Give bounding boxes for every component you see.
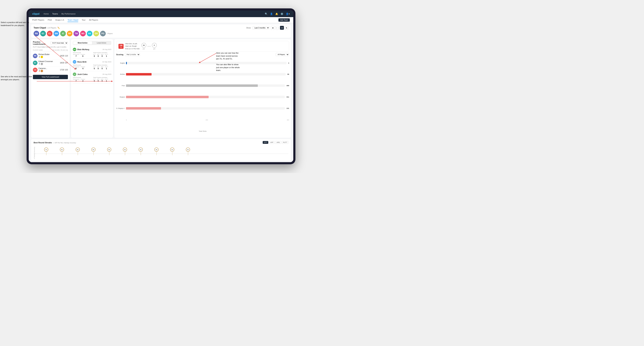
bar-row-pars: Pars 499 [116, 84, 289, 87]
profile-icon[interactable]: 👤▾ [286, 12, 290, 15]
view-sort-btn[interactable]: ⇅ [284, 26, 288, 30]
bar-fill-pars [126, 84, 258, 87]
streak-circle-6x-1: 6x [60, 148, 64, 152]
team-count: | 14 Players [47, 27, 56, 29]
lb-player-info-2: Edward Crossman 🥈 2 [38, 60, 53, 65]
player-avatar-10[interactable]: PG [100, 31, 106, 36]
middle-row: Practice Leaderboards PUTT Must Make Put… [31, 39, 291, 138]
shot-connector [147, 46, 151, 46]
activity-tournament-1: Tournament 7 [73, 54, 79, 57]
lb-player-info-3: Cameron... 🥉 3 [38, 67, 47, 72]
bar-value-pars: 499 [286, 85, 289, 86]
lb-row-2: EC Edward Crossman 🥈 2 18/20 107 [33, 59, 68, 66]
player-avatar-4[interactable]: JC [60, 31, 66, 36]
player-avatar-8[interactable]: AK [87, 31, 92, 36]
leaderboard-drill-select[interactable]: PUTT Must Make Putting... [50, 41, 68, 44]
sub-nav-all-players[interactable]: All Players [89, 18, 98, 22]
player-avatar-3[interactable]: BM [54, 31, 59, 36]
streak-circle-6x-2: 6x [76, 148, 80, 152]
player-avatar-5[interactable]: RP [67, 31, 72, 36]
view-grid-3-btn[interactable]: ⋮⋮ [276, 26, 279, 30]
sub-nav-tour[interactable]: Tour [82, 18, 86, 22]
player-avatar-6[interactable]: TW [74, 31, 79, 36]
filter-putt-btn[interactable]: PUTT [282, 141, 288, 144]
lb-avatar-2: EC [33, 61, 38, 65]
bar-label-birdies: Birdies [116, 73, 125, 75]
activity-tab-most-active[interactable]: Most Active [73, 41, 92, 44]
activity-avatar-3: JC [73, 72, 76, 76]
view-grid-2-btn[interactable]: ⊞ [271, 26, 275, 30]
lb-avg-1: 110 [65, 55, 68, 57]
bar-row-bogeys: Bogeys 311 [116, 96, 289, 98]
bar-label-bogeys: Bogeys [116, 96, 125, 98]
player-avatar-9[interactable]: DH [94, 31, 99, 36]
shot-badge: 198 SQ [118, 44, 124, 49]
filter-arg-btn[interactable]: ARG [275, 141, 281, 144]
shot-circles: 16 yds 0 yds [142, 43, 157, 50]
show-period-select[interactable]: Last 3 months Last 6 months Last year [252, 26, 270, 29]
bar-label-dbogeys: D. Bogeys + [116, 107, 125, 109]
activity-avatar-1: BM [73, 48, 76, 51]
nav-link-teams[interactable]: Teams [52, 12, 58, 15]
streak-circle-5x-1: 5x [91, 148, 96, 152]
activity-player-1: BM Blair McHarg 26 Aug 2023 Total Rounds… [73, 46, 111, 59]
lb-player-3: CA Cameron... 🥉 3 [33, 67, 59, 72]
lb-player-info-1: Richard Butler 🥇 1 [38, 53, 50, 58]
team-players-section: Team Clippd | 14 Players ✏️ Show: Last 3… [31, 24, 291, 38]
scoring-player-filter[interactable]: All Players [276, 53, 289, 56]
scoring-par-filter[interactable]: Par 3, 4 & 5s [125, 53, 140, 56]
activity-player-1-header: BM Blair McHarg 26 Aug 2023 [73, 48, 111, 51]
activity-date-3: 26 Aug 2023 [102, 73, 111, 75]
activity-player-1-name: BM Blair McHarg [73, 48, 89, 51]
streak-point-5x-2: 5x [107, 148, 111, 155]
lb-name-2: Edward Crossman [38, 60, 53, 62]
best-round-streaks: Best Round Streaks — Off The Tee, Fairwa… [31, 139, 291, 161]
streak-circle-3x-1: 3x [170, 148, 174, 152]
user-icon[interactable]: 👤 [270, 12, 273, 15]
bell-icon[interactable]: 🔔 [275, 12, 278, 15]
lb-medal-1: 🥇 1 [38, 56, 50, 58]
streaks-header: Best Round Streaks — Off The Tee, Fairwa… [34, 141, 288, 144]
activity-tab-least-active[interactable]: Least Active [92, 41, 111, 44]
streak-stem-6x-2 [78, 152, 78, 155]
lb-col-score: PB SCORE [52, 49, 60, 51]
bar-value-bogeys: 311 [286, 96, 289, 98]
activity-player-2: RB Rees Britt 02 Sep 2023 Total Rounds T… [73, 59, 111, 71]
bar-container-bogeys [126, 96, 285, 98]
streaks-filter-btns: OTT APP ARG PUTT [263, 141, 288, 144]
search-icon[interactable]: 🔍 [265, 12, 268, 15]
bar-row-birdies: Birdies 96 [116, 73, 289, 75]
main-content: Team Clippd | 14 Players ✏️ Show: Last 3… [29, 23, 293, 162]
bar-label-pars: Pars [116, 85, 125, 86]
add-team-button[interactable]: Add Team [278, 18, 290, 22]
activity-player-3-name: JC Josh Coles [73, 72, 88, 76]
activity-date-2: 02 Sep 2023 [102, 61, 111, 63]
player-avatar-1[interactable]: EC [40, 31, 46, 36]
lb-medal-2: 🥈 2 [38, 63, 53, 65]
annotation-mid-left: See who is the most and least active amo… [1, 75, 36, 81]
filter-ott-btn[interactable]: OTT [263, 141, 268, 144]
filter-app-btn[interactable]: APP [269, 141, 274, 144]
nav-link-performance[interactable]: My Performance [62, 12, 76, 15]
activity-stats-1: Total Rounds Tournament 7 Practice 6 [73, 52, 111, 57]
player-avatar-0[interactable]: RB [34, 31, 39, 36]
lb-col-avg: PB AVG SQ [60, 49, 68, 51]
view-list-btn[interactable]: ☰ [280, 26, 284, 30]
sub-nav-hcaps[interactable]: Hcaps 1-5 [55, 18, 64, 22]
player-avatar-2[interactable]: CL [47, 31, 52, 36]
nav-link-home[interactable]: Home [44, 12, 49, 15]
player-avatar-7[interactable]: MS [80, 31, 86, 36]
leaderboard-header: Practice Leaderboards PUTT Must Make Put… [33, 41, 68, 45]
leaderboard-title: Practice Leaderboards [33, 41, 50, 45]
sub-nav-pga[interactable]: PGA [48, 18, 52, 22]
bar-fill-dbogeys [126, 107, 161, 110]
activity-rounds-1: Total Rounds Tournament 7 Practice 6 [73, 52, 91, 57]
sub-nav-team-clippd[interactable]: Team Clippd [68, 18, 78, 22]
edit-icon[interactable]: ✏️ [58, 27, 60, 29]
view-full-leaderboard-button[interactable]: View Full Leaderboard [33, 75, 68, 79]
team-header-controls: Show: Last 3 months Last 6 months Last y… [246, 26, 288, 30]
shot-details: Shot Dist: 16 yds Start Lie: Rough End L… [125, 42, 140, 50]
bar-label-eagles: Eagles [116, 62, 125, 64]
settings-icon[interactable]: ⚙️ [280, 12, 283, 15]
lb-avatar-1: RB [33, 54, 38, 58]
